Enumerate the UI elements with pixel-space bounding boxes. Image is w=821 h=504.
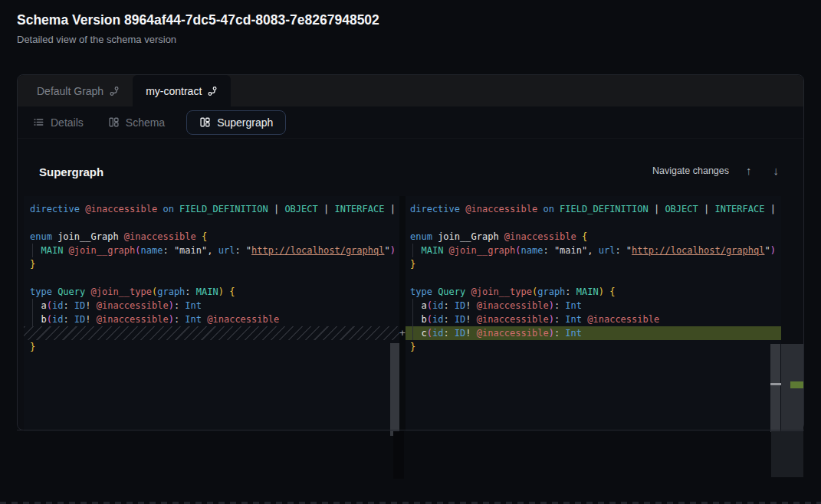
right-editor-scrollbar[interactable] bbox=[770, 344, 780, 432]
arrow-up-icon: ↑ bbox=[746, 164, 752, 177]
overview-ruler-added-marker bbox=[790, 381, 803, 388]
branch-icon bbox=[207, 86, 218, 97]
navigate-next-button[interactable]: ↓ bbox=[769, 162, 784, 178]
code-line bbox=[24, 216, 399, 230]
code-line bbox=[406, 216, 781, 230]
sash-overflow bbox=[393, 431, 404, 479]
panel-heading: Supergraph bbox=[39, 165, 103, 178]
overview-ruler-position-marker bbox=[770, 383, 781, 385]
code-line: } bbox=[406, 257, 781, 271]
page-title: Schema Version 8964af44-7dc5-47cd-8083-7… bbox=[17, 12, 379, 28]
tab-supergraph[interactable]: Supergraph bbox=[186, 110, 286, 135]
diff-editor-original-pane[interactable]: directive @inaccessible on FIELD_DEFINIT… bbox=[24, 196, 399, 431]
code-line: c(id: ID! @inaccessible): Int bbox=[406, 326, 781, 340]
ruler-overflow bbox=[771, 431, 803, 477]
code-line: } bbox=[406, 340, 781, 354]
tab-details[interactable]: Details bbox=[30, 111, 87, 134]
left-editor-scrollbar[interactable] bbox=[390, 343, 399, 436]
code-line: type Query @join__type(graph: MAIN) { bbox=[24, 285, 399, 299]
code-line: a(id: ID! @inaccessible): Int bbox=[24, 299, 399, 313]
code-line: b(id: ID! @inaccessible): Int @inaccessi… bbox=[406, 313, 781, 326]
diff-editor-sash[interactable] bbox=[399, 196, 406, 431]
code-line bbox=[406, 271, 781, 285]
navigate-changes-label: Navigate changes bbox=[652, 165, 729, 176]
arrow-down-icon: ↓ bbox=[773, 164, 780, 177]
code-line: a(id: ID! @inaccessible): Int bbox=[406, 299, 781, 313]
columns-icon bbox=[108, 116, 120, 128]
tab-label: Default Graph bbox=[37, 85, 103, 97]
code-line bbox=[24, 271, 399, 285]
columns-icon bbox=[199, 116, 211, 128]
code-line: } bbox=[24, 340, 399, 354]
tab-default-graph[interactable]: Default Graph bbox=[24, 75, 133, 106]
code-line: enum join__Graph @inaccessible { bbox=[24, 230, 399, 244]
schema-version-card: Default Graph my-contract Details bbox=[17, 74, 804, 430]
list-icon bbox=[33, 116, 44, 128]
diff-editor-modified-pane[interactable]: directive @inaccessible on FIELD_DEFINIT… bbox=[406, 196, 781, 431]
diff-filler-line bbox=[24, 326, 399, 340]
tab-label: Supergraph bbox=[217, 116, 273, 129]
code-line: directive @inaccessible on FIELD_DEFINIT… bbox=[406, 202, 781, 216]
code-line: } bbox=[24, 257, 399, 271]
tab-schema[interactable]: Schema bbox=[105, 111, 168, 134]
code-line: b(id: ID! @inaccessible): Int @inaccessi… bbox=[24, 313, 399, 326]
tab-label: Schema bbox=[126, 116, 165, 129]
tab-my-contract[interactable]: my-contract bbox=[133, 75, 231, 106]
diff-insert-sign: + bbox=[396, 326, 409, 340]
view-tabbar: Details Schema Supergraph bbox=[18, 106, 803, 139]
graph-tabbar: Default Graph my-contract bbox=[18, 75, 803, 106]
code-line: MAIN @join__graph(name: "main", url: "ht… bbox=[24, 244, 399, 257]
navigate-changes: Navigate changes ↑ ↓ bbox=[652, 162, 783, 178]
code-line: MAIN @join__graph(name: "main", url: "ht… bbox=[406, 244, 781, 257]
code-line: directive @inaccessible on FIELD_DEFINIT… bbox=[24, 202, 399, 216]
page-subtitle: Detailed view of the schema version bbox=[17, 34, 176, 45]
code-line: enum join__Graph @inaccessible { bbox=[406, 230, 781, 244]
tab-label: my-contract bbox=[146, 85, 202, 97]
branch-icon bbox=[109, 86, 120, 97]
card-bottom-border bbox=[17, 430, 804, 430]
tab-label: Details bbox=[51, 116, 84, 129]
code-line: type Query @join__type(graph: MAIN) { bbox=[406, 285, 781, 299]
navigate-previous-button[interactable]: ↑ bbox=[741, 162, 757, 178]
